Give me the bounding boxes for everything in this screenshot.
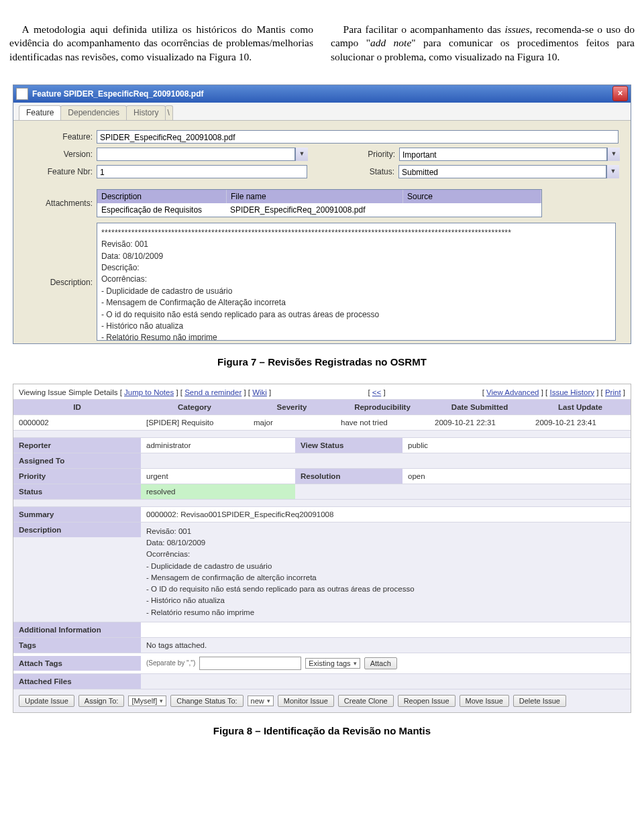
status-select[interactable]: Submitted▼ <box>398 165 619 178</box>
tab-row: Feature Dependencies History \ <box>13 103 631 121</box>
label-attachtags: Attach Tags <box>13 656 141 671</box>
topbar-left: Viewing Issue Simple Details [ Jump to N… <box>19 388 271 396</box>
version-select[interactable]: ▼ <box>97 148 308 161</box>
table-row: 0000002 [SPIDER] Requisito major have no… <box>13 414 631 430</box>
form-area: Feature: SPIDER_EspecificReq_20091008.pd… <box>13 121 631 343</box>
mantis-panel: Viewing Issue Simple Details [ Jump to N… <box>13 384 631 713</box>
existing-tags-select[interactable]: Existing tags <box>305 658 360 669</box>
label-viewstatus: View Status <box>295 438 402 453</box>
document-icon <box>16 88 28 100</box>
window-title: Feature SPIDER_EspecificReq_20091008.pdf <box>32 89 203 99</box>
reopen-issue-button[interactable]: Reopen Issue <box>398 695 455 707</box>
osrmt-window: Feature SPIDER_EspecificReq_20091008.pdf… <box>13 85 631 344</box>
change-status-button[interactable]: Change Status To: <box>170 695 243 707</box>
value-reporter: administrator <box>141 438 295 453</box>
label-priority: Priority: <box>348 150 399 159</box>
titlebar: Feature SPIDER_EspecificReq_20091008.pdf… <box>13 85 631 103</box>
label-feature-nbr: Feature Nbr: <box>19 167 97 176</box>
update-issue-button[interactable]: Update Issue <box>19 695 74 707</box>
print-link[interactable]: Print <box>605 388 621 396</box>
close-icon[interactable]: × <box>612 86 628 101</box>
label-description: Description <box>13 522 141 537</box>
label-reporter: Reporter <box>13 438 141 453</box>
label-assigned: Assigned To <box>13 453 141 468</box>
send-reminder-link[interactable]: Send a reminder <box>184 388 241 396</box>
description-textarea[interactable]: ****************************************… <box>97 223 616 341</box>
feature-input[interactable]: SPIDER_EspecificReq_20091008.pdf <box>97 130 619 144</box>
label-description: Description: <box>19 224 97 287</box>
priority-select[interactable]: Important▼ <box>399 148 620 161</box>
tab-dependencies[interactable]: Dependencies <box>60 105 127 120</box>
jump-to-notes-link[interactable]: Jump to Notes <box>124 388 174 396</box>
monitor-issue-button[interactable]: Monitor Issue <box>278 695 334 707</box>
intro-columns: A metodologia aqui definida utiliza os h… <box>9 12 635 75</box>
label-status: Status: <box>347 167 398 176</box>
prev-link[interactable]: << <box>372 388 381 396</box>
figure7-caption: Figura 7 – Revisões Registradas no OSRMT <box>9 356 635 368</box>
label-attached-files: Attached Files <box>13 674 141 689</box>
assign-to-select[interactable]: [Myself] <box>128 696 166 706</box>
label-summary: Summary <box>13 507 141 522</box>
tab-spacer: \ <box>165 105 173 120</box>
paragraph-right: Para facilitar o acompanhamento das issu… <box>331 23 635 65</box>
attachments-table: Description File name Source Especificaç… <box>97 189 542 217</box>
attachtags-input[interactable] <box>199 657 301 670</box>
feature-nbr-input[interactable]: 1 <box>97 165 307 178</box>
value-resolution: open <box>402 469 631 484</box>
create-clone-button[interactable]: Create Clone <box>338 695 394 707</box>
change-status-select[interactable]: new <box>248 696 274 706</box>
label-version: Version: <box>19 150 97 159</box>
value-viewstatus: public <box>402 438 631 453</box>
paragraph-left: A metodologia aqui definida utiliza os h… <box>9 23 313 65</box>
spacer-row <box>13 499 631 506</box>
th-filename: File name <box>227 190 403 203</box>
tab-history[interactable]: History <box>126 105 166 120</box>
assign-to-button[interactable]: Assign To: <box>78 695 125 707</box>
wiki-link[interactable]: Wiki <box>252 388 267 396</box>
label-resolution: Resolution <box>295 469 402 484</box>
value-tags: No tags attached. <box>141 638 631 653</box>
tab-feature[interactable]: Feature <box>19 105 61 120</box>
label-attachments: Attachments: <box>19 185 97 208</box>
value-summary: 0000002: Revisao001SPIDER_EspecificReq20… <box>141 507 631 522</box>
value-priority: urgent <box>141 469 295 484</box>
chevron-down-icon: ▼ <box>295 148 308 161</box>
chevron-down-icon: ▼ <box>607 148 620 161</box>
chevron-down-icon: ▼ <box>606 165 619 178</box>
mantis-topbar: Viewing Issue Simple Details [ Jump to N… <box>13 384 631 399</box>
topbar-center: [ << ] <box>368 388 385 396</box>
columns-header: ID Category Severity Reproducibility Dat… <box>13 399 631 414</box>
th-description: Description <box>97 190 227 203</box>
delete-issue-button[interactable]: Delete Issue <box>513 695 566 707</box>
attach-button[interactable]: Attach <box>364 657 397 669</box>
move-issue-button[interactable]: Move Issue <box>460 695 509 707</box>
figure8-caption: Figura 8 – Identificação da Revisão no M… <box>9 725 635 736</box>
label-status: Status <box>13 484 141 499</box>
table-row[interactable]: Especificação de Requisitos SPIDER_Espec… <box>97 203 541 217</box>
value-status: resolved <box>141 484 295 499</box>
value-description: Revisão: 001 Data: 08/10/2009 Ocorrência… <box>141 522 631 622</box>
attachtags-controls: (Separate by ",") Existing tags Attach <box>141 653 631 673</box>
label-addinfo: Additional Information <box>13 622 141 637</box>
label-priority: Priority <box>13 469 141 484</box>
issue-history-link[interactable]: Issue History <box>550 388 594 396</box>
action-button-row: Update Issue Assign To: [Myself] Change … <box>13 689 631 712</box>
spacer-row <box>13 430 631 437</box>
view-advanced-link[interactable]: View Advanced <box>486 388 539 396</box>
th-source: Source <box>403 190 541 203</box>
topbar-right: [ View Advanced ] [ Issue History ] [ Pr… <box>482 388 625 396</box>
label-feature: Feature: <box>19 132 97 142</box>
label-tags: Tags <box>13 638 141 653</box>
